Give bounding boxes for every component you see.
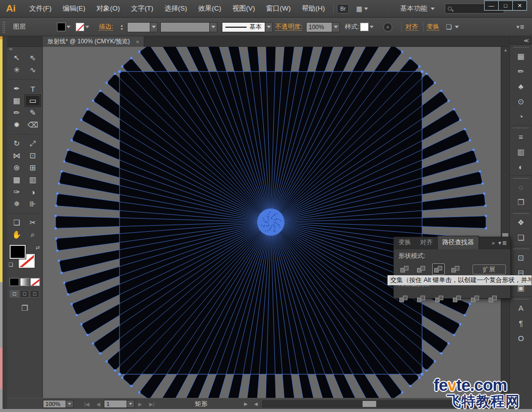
menu-item-0[interactable]: 文件(F) <box>24 0 57 17</box>
rotate-tool[interactable]: ↻ <box>9 138 25 150</box>
blob-brush-tool[interactable]: ✹ <box>9 119 25 131</box>
pencil-tool[interactable]: ✎ <box>25 107 41 119</box>
slice-tool[interactable]: ✂ <box>25 217 41 229</box>
menu-item-2[interactable]: 对象(O) <box>91 0 126 17</box>
eyedropper-tool[interactable]: ✑ <box>9 186 25 198</box>
draw-behind-button[interactable]: ◻ <box>20 290 29 298</box>
workspace-switcher[interactable]: 基本功能 <box>400 4 435 13</box>
divide-button[interactable] <box>398 293 409 305</box>
gradient-tool[interactable]: ▥ <box>25 174 41 186</box>
width-tool[interactable]: ⋈ <box>9 150 25 162</box>
brush-definition-dropdown[interactable] <box>210 22 217 32</box>
tab-close-icon[interactable]: × <box>136 39 139 45</box>
draw-inside-button[interactable]: ◻ <box>30 290 39 298</box>
tab-路径查找器[interactable]: 路径查找器 <box>437 236 479 249</box>
intersect-button[interactable] <box>432 263 445 275</box>
stroke-color-dropdown[interactable] <box>84 23 90 31</box>
merge-button[interactable] <box>434 293 445 305</box>
expand-button[interactable]: 扩展 <box>472 264 506 274</box>
unite-button[interactable] <box>398 263 411 275</box>
symbol-sprayer-tool[interactable]: ✵ <box>9 198 25 210</box>
character-panel-icon[interactable]: A <box>512 301 530 315</box>
crop-button[interactable] <box>452 293 463 305</box>
selection-tool[interactable]: ↖ <box>9 52 25 64</box>
style-swatch[interactable] <box>360 23 369 31</box>
tools-panel-collapse-icon[interactable]: ≪ <box>7 47 42 52</box>
last-artboard-icon[interactable]: ▶| <box>146 401 158 407</box>
collapse-panel-icon[interactable]: » <box>492 240 496 246</box>
scroll-left-icon[interactable]: ◀ <box>254 401 258 406</box>
lasso-tool[interactable]: ∿ <box>25 64 41 76</box>
symbols-panel-icon[interactable]: ♣ <box>512 80 530 93</box>
scale-tool[interactable]: ⤢ <box>25 138 41 150</box>
zoom-tool[interactable]: ⌕ <box>25 229 41 241</box>
artboards-panel-icon[interactable]: ❏ <box>512 231 530 244</box>
panel-grip[interactable] <box>513 248 528 249</box>
arrange-documents-button[interactable]: ▦ <box>356 5 368 13</box>
stroke-color-swatch[interactable] <box>76 23 84 31</box>
rectangular-grid-tool[interactable]: ▦ <box>9 95 25 107</box>
transparency-panel-icon[interactable]: ◐ <box>512 160 530 174</box>
gradient-button[interactable] <box>20 278 30 286</box>
graphic-styles-panel-icon[interactable]: ❐ <box>512 195 530 209</box>
screen-mode-button[interactable]: ❐ <box>9 304 41 313</box>
transform-panel-link[interactable]: 变换 <box>427 23 439 31</box>
artboard-number-field[interactable]: 1 <box>104 400 127 408</box>
draw-normal-button[interactable]: ◻ <box>10 290 19 298</box>
blend-tool[interactable]: ◑ <box>25 186 41 198</box>
canvas-artwork[interactable] <box>43 47 501 398</box>
magic-wand-tool[interactable]: ✳ <box>9 64 25 76</box>
fill-color-swatch[interactable] <box>10 245 26 259</box>
tab-变换[interactable]: 变换 <box>394 236 416 249</box>
column-graph-tool[interactable]: ⊪ <box>25 198 41 210</box>
expand-panels-icon[interactable]: ≪ <box>510 36 532 44</box>
previous-artboard-icon[interactable]: ◀ <box>93 401 104 407</box>
zoom-level-field[interactable]: 100% <box>43 400 66 408</box>
recolor-artwork-icon[interactable] <box>383 23 392 32</box>
bridge-button[interactable]: Br <box>337 4 349 14</box>
pen-tool[interactable]: ✒ <box>9 83 25 95</box>
artboard-tool[interactable]: ❏ <box>9 217 25 229</box>
menu-item-7[interactable]: 窗口(W) <box>261 0 297 17</box>
color-button[interactable] <box>10 278 19 286</box>
style-dropdown[interactable] <box>369 23 375 31</box>
stroke-weight-stepper[interactable]: ▲▼ <box>120 22 124 32</box>
artboard-number-dropdown[interactable] <box>127 400 135 408</box>
fill-color-dropdown[interactable] <box>66 23 72 31</box>
stroke-weight-field[interactable] <box>127 22 150 32</box>
direct-selection-tool[interactable]: ⇖ <box>25 52 41 64</box>
stroke-panel-link[interactable]: 描边: <box>99 23 113 31</box>
brush-definition-field[interactable] <box>160 22 210 32</box>
stroke-weight-dropdown[interactable] <box>150 22 158 32</box>
default-fill-stroke-icon[interactable]: ❏ <box>9 262 13 267</box>
exclude-button[interactable] <box>449 263 462 275</box>
panel-grip[interactable] <box>513 178 528 179</box>
status-options-icon[interactable]: ▶ <box>244 401 248 406</box>
type-tool[interactable]: T <box>25 83 41 95</box>
fill-color-swatch[interactable] <box>57 23 66 31</box>
eraser-tool[interactable]: ⌫ <box>25 119 41 131</box>
layers-panel-icon[interactable]: ❖ <box>512 216 530 229</box>
none-button[interactable] <box>30 278 40 286</box>
vertical-scrollbar[interactable]: ▲ ▼ <box>501 47 509 398</box>
paintbrush-tool[interactable]: ✏ <box>9 107 25 119</box>
opacity-panel-link[interactable]: 不透明度: <box>275 23 302 31</box>
mesh-tool[interactable]: ▩ <box>9 174 25 186</box>
scroll-up-icon[interactable]: ▲ <box>501 48 510 52</box>
swatches-panel-icon[interactable]: ▦ <box>512 49 530 63</box>
opacity-dropdown[interactable] <box>332 22 340 32</box>
width-profile-dropdown[interactable] <box>265 22 273 32</box>
panel-grip[interactable] <box>513 47 528 48</box>
swap-fill-stroke-icon[interactable]: ⇄ <box>36 245 40 250</box>
free-transform-tool[interactable]: ⊡ <box>25 150 41 162</box>
menu-item-8[interactable]: 帮助(H) <box>296 0 330 17</box>
panel-grip[interactable] <box>513 299 528 300</box>
transform-panel-icon[interactable]: ⊡ <box>512 251 530 264</box>
control-panel-menu-icon[interactable]: ▾≣ <box>516 24 525 30</box>
menu-item-3[interactable]: 文字(T) <box>126 0 159 17</box>
document-tab[interactable]: 放射线* @ 100% (CMYK/预览) × <box>43 36 144 47</box>
paragraph-panel-icon[interactable]: ¶ <box>512 316 530 330</box>
menu-item-6[interactable]: 视图(V) <box>227 0 261 17</box>
rectangle-tool[interactable]: ▭ <box>25 95 41 107</box>
panel-grip[interactable] <box>513 213 528 214</box>
